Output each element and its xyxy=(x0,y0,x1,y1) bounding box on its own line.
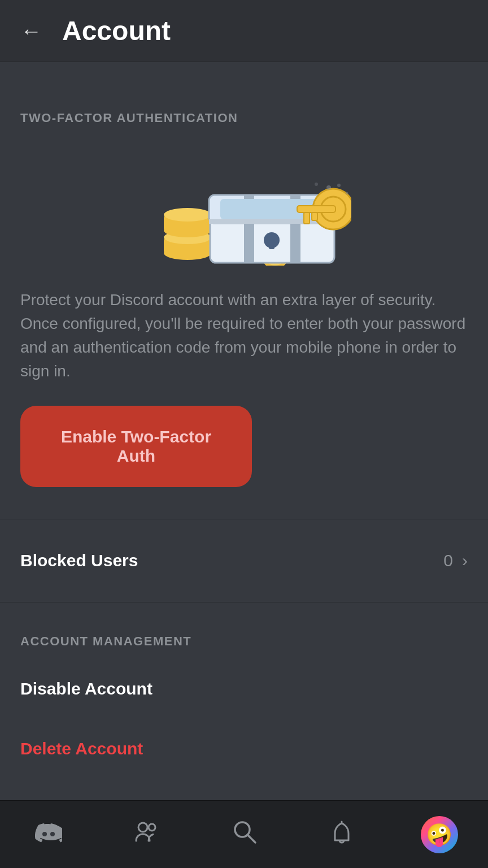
tfa-content: $ xyxy=(0,153,488,507)
friends-icon xyxy=(133,818,160,851)
top-spacer xyxy=(0,62,488,90)
svg-point-29 xyxy=(315,183,318,186)
svg-point-32 xyxy=(138,823,147,832)
header: ← Account xyxy=(0,0,488,62)
disable-account-label: Disable Account xyxy=(20,679,152,698)
svg-rect-24 xyxy=(312,212,317,220)
main-content: TWO-FACTOR AUTHENTICATION xyxy=(0,62,488,852)
svg-point-26 xyxy=(326,185,331,190)
tfa-section-header: TWO-FACTOR AUTHENTICATION xyxy=(0,90,488,136)
account-management-section: ACCOUNT MANAGEMENT Disable Account Delet… xyxy=(0,614,488,779)
svg-rect-25 xyxy=(304,212,310,224)
divider-2 xyxy=(0,602,488,602)
avatar-emoji: 🤪 xyxy=(426,822,452,847)
account-mgmt-section-header: ACCOUNT MANAGEMENT xyxy=(0,614,488,659)
svg-rect-12 xyxy=(290,218,300,263)
svg-point-31 xyxy=(50,832,55,836)
tfa-illustration: $ xyxy=(20,153,468,266)
svg-rect-23 xyxy=(297,206,336,212)
nav-home[interactable] xyxy=(0,818,98,851)
delete-account-row[interactable]: Delete Account xyxy=(0,719,488,779)
svg-line-35 xyxy=(247,835,255,843)
chest-illustration: $ xyxy=(137,153,351,266)
blocked-users-row[interactable]: Blocked Users 0 › xyxy=(0,531,488,591)
discord-icon xyxy=(35,818,62,851)
nav-profile[interactable]: 🤪 xyxy=(390,816,488,853)
chest-svg: $ xyxy=(137,153,351,266)
bottom-navigation: 🤪 xyxy=(0,800,488,868)
svg-rect-11 xyxy=(244,218,254,263)
blocked-users-right: 0 › xyxy=(443,551,468,570)
nav-friends[interactable] xyxy=(98,818,195,851)
search-icon xyxy=(230,818,258,851)
divider-1 xyxy=(0,519,488,519)
page-title: Account xyxy=(62,15,171,46)
tfa-description: Protect your Discord account with an ext… xyxy=(20,288,468,383)
chevron-right-icon: › xyxy=(462,551,468,570)
svg-point-33 xyxy=(149,824,155,831)
delete-account-label: Delete Account xyxy=(20,739,143,758)
svg-point-28 xyxy=(346,192,348,195)
disable-account-row[interactable]: Disable Account xyxy=(0,659,488,719)
bell-icon xyxy=(328,820,355,849)
svg-point-27 xyxy=(337,184,341,187)
enable-2fa-button[interactable]: Enable Two-Factor Auth xyxy=(20,406,252,487)
profile-avatar: 🤪 xyxy=(421,816,458,853)
svg-point-30 xyxy=(42,832,47,836)
blocked-users-label: Blocked Users xyxy=(20,551,138,570)
blocked-users-count: 0 xyxy=(443,551,453,570)
nav-search[interactable] xyxy=(195,818,293,851)
tfa-section: TWO-FACTOR AUTHENTICATION xyxy=(0,90,488,507)
back-button[interactable]: ← xyxy=(20,20,42,42)
svg-point-5 xyxy=(164,208,211,222)
svg-rect-19 xyxy=(269,240,274,249)
nav-notifications[interactable] xyxy=(293,820,390,849)
